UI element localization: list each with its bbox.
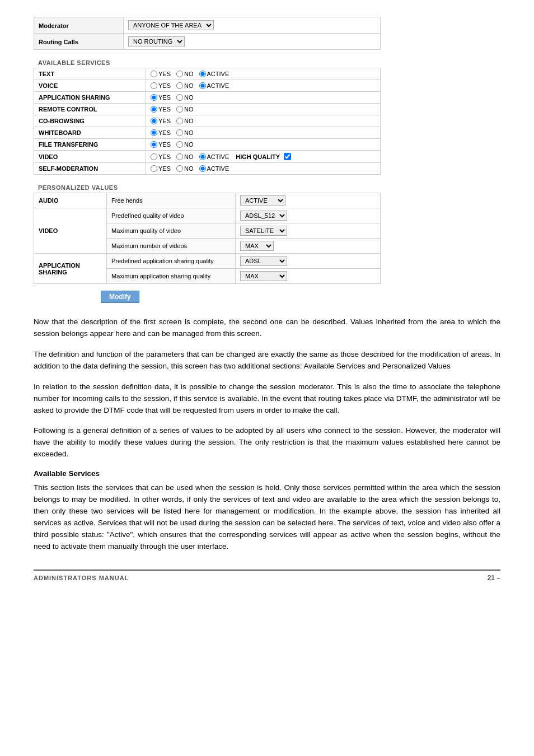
text-no-radio[interactable] bbox=[176, 71, 183, 77]
self-moderation-active-radio[interactable] bbox=[199, 165, 206, 172]
service-row-text: TEXT YES NO ACTIVE bbox=[34, 68, 381, 80]
voice-no-radio[interactable] bbox=[176, 82, 183, 89]
video-predefined-row: VIDEO Predefined quality of video ADSL_5… bbox=[34, 208, 381, 223]
video-radio-group: YES NO ACTIVE HIGH QUALITY bbox=[151, 153, 376, 160]
co-browsing-radio-group: YES NO bbox=[151, 118, 376, 124]
high-quality-label: HIGH QUALITY bbox=[236, 153, 280, 160]
service-row-voice: VOICE YES NO ACTIVE bbox=[34, 80, 381, 92]
app-sharing-radio-group: YES NO bbox=[151, 94, 376, 101]
voice-yes-radio[interactable] bbox=[151, 82, 157, 89]
file-transfering-no-radio[interactable] bbox=[176, 141, 183, 148]
app-sharing-predefined-row: APPLICATION SHARING Predefined applicati… bbox=[34, 254, 381, 269]
audio-active-select[interactable]: ACTIVE INACTIVE bbox=[240, 195, 285, 206]
video-yes-radio[interactable] bbox=[151, 153, 157, 160]
service-row-co-browsing: CO-BROWSING YES NO bbox=[34, 115, 381, 127]
body-paragraph-4: Following is a general definition of a s… bbox=[34, 425, 500, 460]
remote-control-no-radio[interactable] bbox=[176, 106, 183, 113]
text-yes-radio[interactable] bbox=[151, 71, 157, 77]
routing-select[interactable]: NO ROUTING bbox=[128, 36, 185, 46]
video-max-quality-select[interactable]: SATELITE ADSL_512 ADSL MAX bbox=[240, 226, 287, 236]
whiteboard-yes-radio[interactable] bbox=[151, 129, 157, 136]
app-sharing-yes-radio[interactable] bbox=[151, 94, 157, 101]
footer-left: ADMINISTRATORS MANUAL bbox=[34, 575, 129, 581]
moderator-row: Moderator ANYONE OF THE AREA bbox=[34, 17, 381, 34]
app-sharing-predefined-select[interactable]: ADSL ADSL_512 SATELITE MAX bbox=[240, 256, 287, 266]
modify-button[interactable]: Modify bbox=[101, 291, 139, 303]
co-browsing-no-radio[interactable] bbox=[176, 118, 183, 124]
available-services-heading: Available Services bbox=[34, 469, 500, 478]
voice-radio-group: YES NO ACTIVE bbox=[151, 82, 376, 89]
service-row-file-transfering: FILE TRANSFERING YES NO bbox=[34, 139, 381, 151]
audio-param-label: Free hends bbox=[111, 197, 143, 204]
video-predefined-label: Predefined quality of video bbox=[111, 212, 184, 219]
remote-control-yes-radio[interactable] bbox=[151, 106, 157, 113]
body-paragraph-1: Now that the description of the first sc… bbox=[34, 316, 500, 340]
video-no-radio[interactable] bbox=[176, 153, 183, 160]
file-transfering-yes-radio[interactable] bbox=[151, 141, 157, 148]
whiteboard-radio-group: YES NO bbox=[151, 129, 376, 136]
routing-calls-label: Routing Calls bbox=[39, 39, 78, 45]
video-max-quality-label: Maximum quality of video bbox=[111, 227, 181, 234]
high-quality-checkbox[interactable] bbox=[284, 153, 291, 160]
footer-right: 21 – bbox=[488, 574, 500, 582]
video-predefined-select[interactable]: ADSL_512 ADSL SATELITE MAX bbox=[240, 211, 287, 221]
file-transfering-radio-group: YES NO bbox=[151, 141, 376, 148]
service-row-whiteboard: WHITEBOARD YES NO bbox=[34, 127, 381, 139]
remote-control-radio-group: YES NO bbox=[151, 106, 376, 113]
video-max-number-label: Maximum number of videos bbox=[111, 242, 187, 249]
service-row-video: VIDEO YES NO ACTIVE HIGH QUALITY bbox=[34, 151, 381, 163]
body-paragraph-2: The definition and function of the param… bbox=[34, 349, 500, 372]
text-active-radio[interactable] bbox=[199, 71, 206, 77]
voice-active-radio[interactable] bbox=[199, 82, 206, 89]
self-moderation-yes-radio[interactable] bbox=[151, 165, 157, 172]
available-services-table: TEXT YES NO ACTIVE VOICE YES NO A bbox=[34, 68, 381, 175]
available-services-section-title: AVAILABLE SERVICES bbox=[34, 58, 500, 68]
whiteboard-no-radio[interactable] bbox=[176, 129, 183, 136]
app-sharing-max-label: Maximum application sharing quality bbox=[111, 273, 210, 279]
app-sharing-max-select[interactable]: MAX ADSL ADSL_512 SATELITE bbox=[240, 271, 287, 281]
audio-row: AUDIO Free hends ACTIVE INACTIVE bbox=[34, 193, 381, 208]
routing-calls-row: Routing Calls NO ROUTING bbox=[34, 34, 381, 50]
app-sharing-predefined-label: Predefined application sharing quality bbox=[111, 258, 214, 264]
co-browsing-yes-radio[interactable] bbox=[151, 118, 157, 124]
body-paragraph-3: In relation to the session definition da… bbox=[34, 381, 500, 417]
page-footer: ADMINISTRATORS MANUAL 21 – bbox=[34, 570, 500, 582]
text-radio-group: YES NO ACTIVE bbox=[151, 71, 376, 77]
self-moderation-radio-group: YES NO ACTIVE bbox=[151, 165, 376, 172]
video-active-radio[interactable] bbox=[199, 153, 206, 160]
service-row-remote-control: REMOTE CONTROL YES NO bbox=[34, 104, 381, 115]
self-moderation-no-radio[interactable] bbox=[176, 165, 183, 172]
form-table: Moderator ANYONE OF THE AREA Routing Cal… bbox=[34, 17, 381, 50]
personalized-values-section-title: PERSONALIZED VALUES bbox=[34, 183, 500, 193]
video-max-number-select[interactable]: MAX 1 2 3 bbox=[240, 241, 274, 251]
personalized-values-table: AUDIO Free hends ACTIVE INACTIVE VIDEO P… bbox=[34, 193, 381, 284]
service-row-self-moderation: SELF-MODERATION YES NO ACTIVE bbox=[34, 163, 381, 175]
available-services-body: This section lists the services that can… bbox=[34, 482, 500, 553]
service-row-app-sharing: APPLICATION SHARING YES NO bbox=[34, 92, 381, 104]
moderator-label: Moderator bbox=[39, 22, 69, 29]
moderator-select[interactable]: ANYONE OF THE AREA bbox=[128, 20, 214, 30]
app-sharing-no-radio[interactable] bbox=[176, 94, 183, 101]
